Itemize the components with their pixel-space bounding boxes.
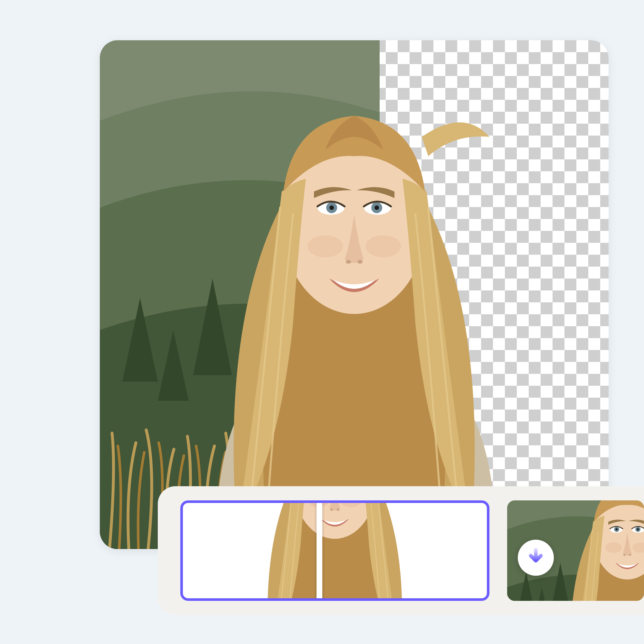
thumb-cutout[interactable] xyxy=(180,500,489,601)
download-icon xyxy=(527,548,545,567)
result-filmstrip xyxy=(158,486,644,615)
thumb-compare-slider[interactable] xyxy=(317,500,322,601)
download-button[interactable] xyxy=(518,540,554,576)
preview-cutout-side xyxy=(100,40,609,549)
comparison-preview[interactable] xyxy=(100,40,609,549)
